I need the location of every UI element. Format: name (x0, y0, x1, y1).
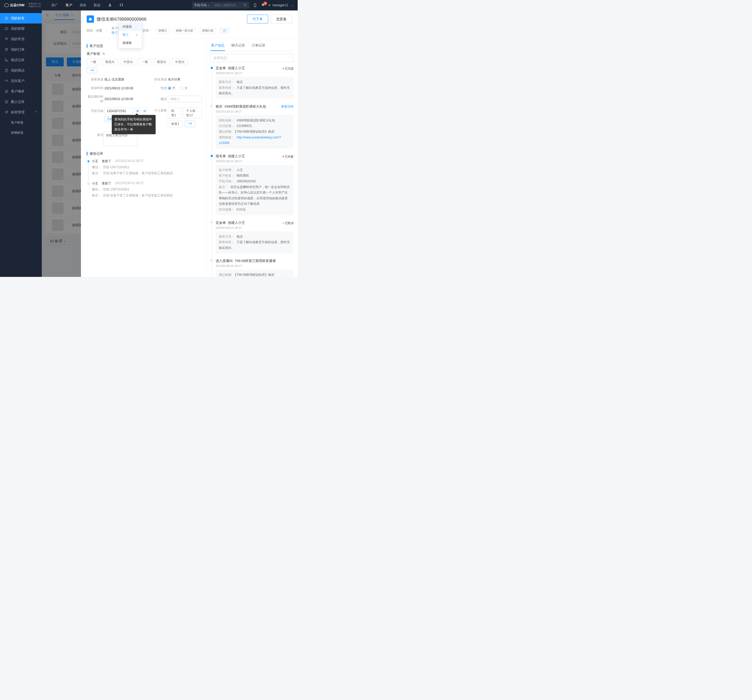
sidebar-tags[interactable]: 标签管理 (0, 107, 42, 118)
section-info: 客户信息 (90, 44, 103, 48)
personal-tag[interactable]: 个人标签12 (183, 107, 202, 118)
sidebar-lost[interactable]: 流失客户 (0, 76, 42, 86)
svg-rect-4 (5, 70, 8, 72)
activity-event: 购买4399理财课进阶课程大礼包查看详情2021/01/30 01:38:27课… (216, 104, 294, 149)
sidebar-group-tags[interactable]: 群聊标签 (0, 128, 42, 138)
nav-customer[interactable]: 客户 (65, 3, 72, 8)
sidebar-students[interactable]: 我的学员 (0, 34, 42, 44)
personal-tag[interactable]: 标签1 (168, 121, 183, 127)
svg-rect-5 (5, 90, 8, 92)
sidebar-groups[interactable]: 我的群聊 (0, 23, 42, 34)
logo-text: 云朵CRM (10, 3, 25, 8)
svg-point-1 (244, 4, 246, 6)
customer-tag[interactable]: 一般 (138, 59, 151, 65)
search-mode-select[interactable]: 手机号码 (192, 2, 212, 9)
sidebar-customer-tags[interactable]: 客户标签 (0, 118, 42, 128)
phone-copy-icon[interactable]: ⧉ (142, 107, 148, 114)
add-time: 2021/09/10 12:00:00 (104, 86, 133, 90)
gender-male[interactable]: 男 (168, 86, 176, 90)
customer-tag[interactable]: 高意向 (154, 59, 170, 65)
activity-event: 定金单创建人小王已取消2020/01/30 01:38:27跟单方式：电话跟单内… (216, 221, 294, 254)
phone-icon[interactable] (253, 3, 257, 7)
customer-icon (87, 16, 94, 23)
user-icon[interactable] (108, 3, 112, 7)
top-right: 手机号码 5 manager11 (192, 2, 294, 9)
top-nav: 推广 客户 质检 数据 (51, 3, 124, 8)
search-input[interactable] (212, 2, 241, 9)
logo: 云朵CRM 教育机构一站式服务云平台 (4, 3, 41, 8)
user-menu[interactable]: manager11 (269, 3, 294, 7)
customer-tag[interactable]: 中意向 (120, 59, 136, 65)
check-icon: ✓ (135, 33, 138, 37)
change-log-entry: 小王更新了2021/01/30 01:38:27微信：空值-1367218282… (87, 181, 200, 198)
manager-dropdown: 师馨薇 张三✓ 俱保咏 (118, 22, 142, 48)
sidebar-inherit[interactable]: 客户继承 (0, 86, 42, 96)
personal-tag-more[interactable]: +4 (185, 121, 195, 127)
manager-option[interactable]: 俱保咏 (119, 39, 142, 47)
tab-activity[interactable]: 客户动态 (210, 42, 225, 51)
section-log: 修改记录 (90, 151, 103, 156)
sidebar-deleted[interactable]: 删人记录 (0, 96, 42, 107)
status-dot-icon (269, 5, 270, 6)
cloud-icon (4, 3, 9, 7)
source-value: 线上-北京昱新 (104, 77, 124, 82)
search-box: 手机号码 (192, 2, 249, 9)
customer-drawer: 微信名称6789990000966 代下单 交定金 昵称：小王 | 客户经理：张… (81, 11, 298, 277)
customer-tag[interactable]: 高意向 (102, 59, 118, 65)
sidebar-calls[interactable]: 电话记录 (0, 55, 42, 65)
tab-orders[interactable]: 订单记录 (251, 42, 266, 51)
nav-qc[interactable]: 质检 (80, 3, 86, 8)
chevron-up-icon (34, 111, 37, 114)
last-chat: 2021/09/10 12:00:00 (104, 97, 133, 101)
logo-subtitle: 教育机构一站式服务云平台 (26, 3, 41, 8)
proxy-order-button[interactable]: 代下单 (247, 15, 268, 23)
view-detail-link[interactable]: 查看详情 (281, 104, 294, 109)
customer-tag[interactable]: 中意向 (172, 59, 188, 65)
tags-label: 客户标签 (87, 51, 100, 56)
activity-filter[interactable]: 全部动态 (210, 54, 294, 62)
top-bar: 云朵CRM 教育机构一站式服务云平台 推广 客户 质检 数据 手机号码 5 ma… (0, 0, 298, 11)
activity-event: 进入直播间759-59班第三期理财直播课2021/01/30 01:38:27通… (216, 258, 294, 277)
gender-female[interactable]: 女 (180, 86, 188, 90)
sidebar-orders[interactable]: 我的订单 (0, 44, 42, 55)
change-log-entry: 小王更新了2021/01/30 01:38:27微信：空值-1367218282… (87, 159, 200, 176)
svg-point-0 (109, 4, 110, 5)
group-chip[interactable]: 群聊一群大群 (174, 28, 196, 33)
sidebar-goods[interactable]: 我的商品 (0, 65, 42, 76)
notification-badge: 5 (263, 2, 267, 5)
main-area: 个人活码✕ 我 项目请选择 运营期次请选择 导出 不加密导出 头像微信名 自得其… (42, 11, 298, 277)
nickname: 小王 (96, 29, 103, 33)
manager-option[interactable]: 师馨薇 (119, 23, 142, 31)
tab-chat[interactable]: 聊天记录 (231, 42, 245, 51)
phone-input[interactable] (104, 107, 133, 114)
manager-option[interactable]: 张三✓ (119, 31, 142, 39)
customer-tag[interactable]: 一般 (87, 59, 100, 65)
deposit-button[interactable]: 交定金 (271, 15, 292, 23)
wechat-input[interactable] (168, 96, 202, 103)
sidebar-friends[interactable]: 我的好友 (0, 13, 42, 23)
tag-more[interactable]: +4 (87, 67, 97, 73)
phone-tooltip: 查询到此手机号码在系统中已存在，可以将两条客户数据合并为一条 (112, 115, 155, 134)
nav-promotion[interactable]: 推广 (51, 3, 58, 8)
nav-data[interactable]: 数据 (94, 3, 101, 8)
group-chip[interactable]: 群聊三 (156, 28, 169, 33)
headset-icon[interactable] (119, 3, 124, 7)
personal-tag[interactable]: 标签1 (168, 107, 181, 118)
search-button[interactable] (241, 2, 249, 9)
sidebar: 我的好友 我的群聊 我的学员 我的订单 电话记录 我的商品 流失客户 客户继承 … (0, 11, 42, 277)
bell-icon[interactable]: 5 (261, 3, 265, 7)
svg-point-7 (7, 112, 7, 112)
friend-source: 名片分享 (168, 77, 180, 82)
edit-tags-icon[interactable]: ✎ (103, 52, 105, 56)
group-chip[interactable]: 群聊六群 (200, 28, 216, 33)
activity-event: 报名单创建人小王已失败2020/01/30 01:38:27客户经理：小王客户姓… (216, 154, 294, 215)
activity-event: 定金单创建人小王已完成2020/01/30 01:38:27跟单方式：电话跟单内… (216, 66, 294, 99)
group-more[interactable]: +4 (220, 28, 228, 33)
